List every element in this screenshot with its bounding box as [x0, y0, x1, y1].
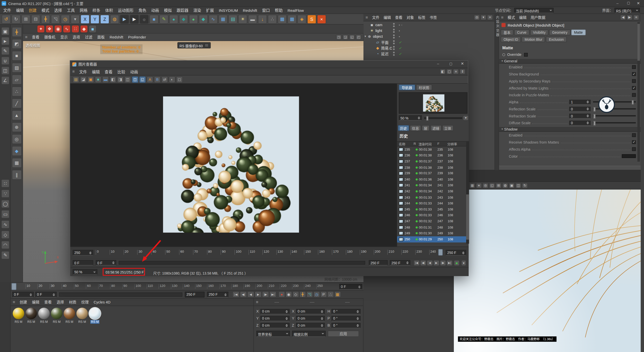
- interface-dropdown[interactable]: RS (用户): [614, 8, 640, 13]
- coordinate-input[interactable]: 0 cm: [296, 309, 325, 314]
- timeline-end-field[interactable]: 0 F: [339, 284, 362, 290]
- particle-grid-icon[interactable]: ∴: [268, 15, 277, 24]
- pv-close-button[interactable]: ✕: [461, 62, 464, 66]
- range-slider[interactable]: [59, 292, 182, 296]
- pla-toggle-icon[interactable]: ∴: [327, 291, 334, 297]
- object-manager-menu-item[interactable]: 文件: [370, 15, 382, 20]
- object-name[interactable]: 延迟: [381, 51, 388, 56]
- pv-playhead[interactable]: [438, 249, 443, 255]
- history-row[interactable]: 247 00:01:32 247 108: [397, 218, 466, 224]
- lock-z-button[interactable]: Z: [100, 15, 109, 24]
- general-group-bar[interactable]: General: [499, 58, 641, 64]
- material-item[interactable]: RS M: [51, 308, 63, 324]
- coordinate-input[interactable]: 0 °: [332, 323, 360, 328]
- menu-item[interactable]: 模式: [39, 7, 52, 13]
- object-tags[interactable]: ✓: [399, 40, 403, 44]
- view-toggle-icon[interactable]: ◰: [356, 34, 361, 40]
- object-tags[interactable]: ▪: [399, 29, 401, 33]
- float-icon[interactable]: ▢: [447, 69, 452, 74]
- shadow-group-bar[interactable]: Shadow: [499, 126, 641, 132]
- pv-info-tab[interactable]: 信息: [410, 125, 421, 131]
- pv-zoom-field[interactable]: 50 %: [399, 115, 422, 121]
- region-icon[interactable]: ◱: [489, 183, 495, 188]
- material-menu-item[interactable]: 创建: [17, 299, 29, 305]
- parameter-value-field[interactable]: 0: [569, 120, 591, 125]
- pv-goto-end-button[interactable]: ▶|: [447, 260, 453, 266]
- scale-mode-dropdown[interactable]: 缩放比例: [292, 331, 326, 337]
- attribute-scrollbar[interactable]: [637, 22, 640, 162]
- viewport-menu-item[interactable]: 面板: [95, 34, 107, 40]
- solo-toggle-icon[interactable]: ▦: [334, 291, 341, 297]
- history-row[interactable]: 238 00:01:38 238 108: [397, 164, 466, 170]
- visibility-dots[interactable]: [393, 29, 395, 33]
- menu-item[interactable]: 角色: [136, 7, 149, 13]
- pv-info-tab[interactable]: 层: [422, 125, 429, 131]
- object-tags[interactable]: ✓: [399, 52, 403, 56]
- material-thumbnail[interactable]: [64, 308, 75, 319]
- pv-play-button[interactable]: ▶: [433, 260, 439, 266]
- object-tag[interactable]: ▪: [401, 23, 403, 27]
- parameter-value-field[interactable]: 1: [569, 100, 591, 105]
- render-view-canvas[interactable]: 欢迎关注公众号：野鹿志 图片：野鹿志 作者：马鹿野郎 （1.36s）: [454, 190, 641, 352]
- pv-nav-tab[interactable]: 柱状图: [416, 84, 432, 90]
- menu-item[interactable]: 样条: [90, 7, 103, 13]
- object-manager-menu-item[interactable]: 对象: [405, 15, 416, 20]
- menu-item[interactable]: 模拟: [162, 7, 174, 13]
- material-menu-item[interactable]: 纹理: [79, 299, 91, 305]
- mograph-cloner-icon[interactable]: ▤: [228, 15, 237, 24]
- menu-item[interactable]: RealFlow: [285, 8, 306, 13]
- parameter-checkbox[interactable]: [632, 147, 636, 151]
- material-item[interactable]: RS M: [38, 308, 50, 324]
- spline-pen-icon[interactable]: ∿: [209, 15, 218, 24]
- pv-prev-frame-button[interactable]: ◀: [427, 260, 433, 266]
- coordinate-input[interactable]: 0 °: [332, 316, 360, 321]
- material-menu-item[interactable]: 选择: [54, 299, 66, 305]
- pv-frame-field[interactable]: 250: [73, 250, 93, 256]
- minimize-button[interactable]: –: [617, 1, 619, 5]
- panel-icon[interactable]: ≡: [487, 15, 493, 20]
- attribute-tab[interactable]: Motion Blur: [522, 36, 545, 42]
- node-space-dropdown[interactable]: 当前 (Redshift): [514, 8, 554, 13]
- object-tag[interactable]: ✓: [399, 40, 401, 44]
- history-row[interactable]: 240 00:01:36 240 108: [397, 177, 466, 183]
- rotation-toggle-icon[interactable]: ◷: [313, 291, 320, 297]
- menu-item[interactable]: 运动图形: [115, 7, 136, 13]
- object-manager-menu-icon[interactable]: ≡: [364, 15, 370, 20]
- save-image-icon[interactable]: ◪: [80, 76, 87, 83]
- history-row[interactable]: 235 00:01:38 235 108: [397, 147, 466, 153]
- timeline-ruler[interactable]: 0102030405060708090100110120130140150160…: [11, 282, 363, 291]
- material-thumbnail[interactable]: [25, 308, 37, 319]
- layer-b-icon[interactable]: ◨: [117, 76, 124, 83]
- material-thumbnail[interactable]: [89, 308, 101, 319]
- parameter-toggle-icon[interactable]: P: [320, 291, 327, 297]
- picture-viewer-titlebar[interactable]: 图片查看器 – ▢ ✕: [70, 61, 468, 68]
- history-row[interactable]: 248 00:01:31 248 108: [397, 224, 466, 230]
- attribute-menu-item[interactable]: 编辑: [517, 15, 529, 20]
- grid-select-icon[interactable]: ∵: [1, 190, 10, 198]
- menu-item[interactable]: 跟踪器: [174, 7, 191, 13]
- subdivision-surface-icon[interactable]: ▦: [219, 15, 228, 24]
- object-tags[interactable]: ▪: [399, 35, 401, 38]
- attribute-menu-icon[interactable]: ≡: [499, 15, 506, 20]
- pv-info-tab[interactable]: 滤镜: [430, 125, 441, 131]
- star-icon[interactable]: ∗: [476, 183, 482, 188]
- rotate-tool-icon[interactable]: ◷: [61, 15, 70, 24]
- mirror-icon[interactable]: ◫: [1, 66, 9, 75]
- coordinate-input[interactable]: 0 cm: [260, 316, 289, 321]
- zoom-icon[interactable]: ◍: [502, 183, 508, 188]
- image-icon[interactable]: ▣: [509, 183, 515, 188]
- maximize-button[interactable]: ▢: [627, 1, 630, 5]
- pv-menu-item[interactable]: 编辑: [90, 69, 102, 74]
- viewport-menu-item[interactable]: ProRender: [126, 35, 149, 39]
- pv-zoom-handle[interactable]: [426, 116, 428, 121]
- object-row[interactable]: ◔ 延迟 ✓: [364, 51, 495, 57]
- material-thumbnail[interactable]: [51, 308, 62, 319]
- history-row[interactable]: 243 00:01:33 243 108: [397, 194, 466, 200]
- rendered-image[interactable]: [163, 96, 299, 233]
- coordinate-input[interactable]: 0 cm: [296, 323, 325, 328]
- material-menu-icon[interactable]: ≡: [11, 300, 17, 304]
- refresh-icon[interactable]: ↻: [522, 183, 528, 188]
- last-tool-icon[interactable]: ▾: [71, 15, 80, 24]
- menu-item[interactable]: 体积: [103, 7, 115, 13]
- apply-button[interactable]: 应用: [328, 331, 359, 337]
